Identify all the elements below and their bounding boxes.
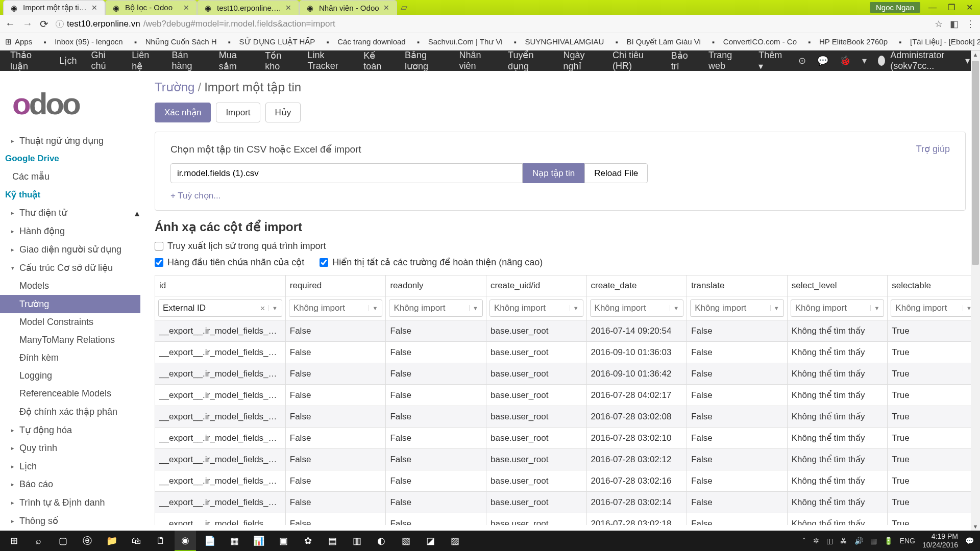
chevron-down-icon[interactable]: ▼ (570, 305, 579, 311)
activity-icon[interactable]: ⊙ (798, 55, 806, 66)
sidebar-item[interactable]: ▸Quy trình (0, 439, 140, 457)
task-view-button[interactable]: ▢ (52, 531, 74, 551)
browser-tab[interactable]: ◉Import một tập tin - Odo✕ (3, 0, 105, 15)
clear-icon[interactable]: ✕ (260, 305, 265, 312)
forward-button[interactable]: → (22, 18, 33, 30)
odoo-menu-item[interactable]: Bảng lương (405, 49, 445, 72)
field-selector[interactable]: Không import▼ (690, 299, 784, 317)
browser-user-badge[interactable]: Ngoc Ngan (870, 2, 920, 13)
edge-icon[interactable]: ⓔ (77, 531, 98, 551)
close-tab-icon[interactable]: ✕ (383, 4, 389, 12)
scrollbar-thumb[interactable] (972, 61, 979, 265)
app-icon-1[interactable]: 📄 (199, 531, 220, 551)
excel-icon[interactable]: ▦ (224, 531, 245, 551)
app-icon-8[interactable]: ◪ (420, 531, 441, 551)
notification-icon[interactable]: 💬 (965, 537, 974, 545)
sidebar-item[interactable]: ▾Cấu trúc Cơ sở dữ liệu (0, 259, 140, 277)
field-selector[interactable]: Không import▼ (891, 299, 976, 317)
odoo-menu-item[interactable]: Mua sắm (219, 50, 251, 72)
chevron-down-icon[interactable]: ▼ (369, 305, 378, 311)
sidebar-item[interactable]: ▸Thông số (0, 512, 140, 530)
chevron-down-icon[interactable]: ▼ (670, 305, 679, 311)
volume-icon[interactable]: 🔊 (854, 537, 863, 545)
sidebar-item[interactable]: ▸Hành động (0, 222, 140, 240)
filename-input[interactable] (170, 163, 523, 183)
odoo-menu-item[interactable]: Lịch (59, 55, 77, 66)
load-file-button[interactable]: Nạp tập tin (523, 163, 584, 183)
maximize-button[interactable]: ❐ (945, 3, 958, 12)
breadcrumb-parent[interactable]: Trường (155, 80, 194, 94)
odoo-menu-item[interactable]: Tuyển dụng (508, 49, 549, 72)
dropdown-icon[interactable]: ▾ (862, 55, 867, 66)
import-button[interactable]: Import (216, 103, 260, 122)
sidebar-item[interactable]: ▸Trình tự & Định danh (0, 493, 140, 512)
bookmark-item[interactable]: ▪Sachvui.Com | Thư Vi (417, 37, 503, 46)
bookmark-item[interactable]: ▪Các trang download (326, 37, 405, 46)
bookmark-item[interactable]: ▪[Tài Liệu] - [Ebook] 20 (899, 37, 980, 46)
scroll-down-icon[interactable]: ▼ (971, 523, 980, 530)
odoo-menu-item[interactable]: Thảo luận (10, 49, 45, 72)
notepad-icon[interactable]: 🗒 (150, 531, 172, 551)
battery-icon[interactable]: 🔋 (884, 537, 893, 545)
star-icon[interactable]: ☆ (935, 18, 943, 30)
odoo-menu-item[interactable]: Liên hệ (132, 50, 157, 72)
chevron-down-icon[interactable]: ▼ (469, 305, 478, 311)
bookmark-item[interactable]: ▪Những Cuốn Sách H (134, 37, 217, 46)
bookmark-item[interactable]: ▪Inbox (95) - lengocn (43, 37, 122, 46)
chevron-down-icon[interactable]: ▼ (870, 305, 879, 311)
minimize-button[interactable]: — (925, 3, 940, 12)
bookmark-item[interactable]: ▪Bí Quyết Làm Giàu Vi (615, 37, 700, 46)
cancel-button[interactable]: Hủy (265, 103, 301, 122)
browser-tab[interactable]: ◉test10.erponline.vn - ER✕ (197, 0, 299, 15)
reload-button[interactable]: ⟳ (40, 18, 48, 30)
app-icon-7[interactable]: ◐ (371, 531, 392, 551)
sidebar-item[interactable]: Models (0, 277, 140, 295)
start-button[interactable]: ⊞ (3, 531, 24, 551)
app-icon-9[interactable]: ▨ (444, 531, 465, 551)
browser-tab[interactable]: ◉Nhân viên - Odoo✕ (299, 0, 397, 15)
field-selector[interactable]: Không import▼ (791, 299, 885, 317)
store-icon[interactable]: 🛍 (126, 531, 147, 551)
odoo-logo[interactable]: odoo (0, 71, 140, 132)
scroll-up-icon[interactable]: ▲ (971, 52, 980, 58)
app-icon-6[interactable]: ▥ (346, 531, 368, 551)
reload-file-button[interactable]: Reload File (584, 163, 648, 183)
sidebar-item[interactable]: Các mẫu (0, 167, 140, 186)
field-selector[interactable]: Không import▼ (590, 299, 684, 317)
sidebar-item[interactable]: ▸Giao diện người sử dụng (0, 240, 140, 259)
sidebar-item[interactable]: Kỹ thuật (0, 186, 140, 204)
back-button[interactable]: ← (5, 18, 15, 30)
sidebar-item-active[interactable]: Trường (0, 295, 140, 313)
chevron-down-icon[interactable]: ▼ (268, 305, 278, 311)
help-link[interactable]: Trợ giúp (916, 143, 950, 155)
chevron-down-icon[interactable]: ▼ (770, 305, 779, 311)
sticky-notes-icon[interactable]: ▧ (395, 531, 416, 551)
bookmark-item[interactable]: ▪SỬ DỤNG LUẬT HẤP (228, 37, 315, 46)
odoo-menu-item[interactable]: Trang web (708, 50, 744, 71)
sidebar-item[interactable]: Độ chính xác thập phân (0, 403, 140, 421)
odoo-menu-item[interactable]: Thêm ▾ (758, 50, 784, 72)
field-selector[interactable]: Không import▼ (389, 299, 483, 317)
field-selector[interactable]: Không import▼ (289, 299, 383, 317)
bookmark-item[interactable]: ▪ConvertICO.com - Co (712, 37, 797, 46)
language-indicator[interactable]: ENG (900, 537, 915, 545)
search-button[interactable]: ⌕ (28, 531, 49, 551)
tray-icon-3[interactable]: ▦ (870, 537, 877, 545)
sidebar-item[interactable]: Đính kèm (0, 349, 140, 367)
sidebar-scroll-up-icon[interactable]: ▴ (135, 208, 139, 219)
odoo-menu-item[interactable]: Tồn kho (265, 50, 293, 72)
options-toggle[interactable]: + Tuỳ chọn... (170, 191, 220, 201)
bookmark-item[interactable]: ▪SUYNGHIVALAMGIAU (514, 37, 604, 46)
odoo-menu-item[interactable]: Chi tiêu (HR) (612, 50, 657, 71)
app-icon-4[interactable]: ✿ (297, 531, 318, 551)
close-tab-icon[interactable]: ✕ (285, 4, 291, 12)
taskbar-clock[interactable]: 4:19 PM 10/24/2016 (922, 532, 958, 549)
site-info-icon[interactable]: i (56, 20, 64, 28)
sidebar-item[interactable]: Referenceable Models (0, 385, 140, 403)
menu-icon[interactable]: ⋮ (966, 18, 975, 30)
sidebar-item[interactable]: Google Drive (0, 150, 140, 167)
app-icon-2[interactable]: 📊 (248, 531, 270, 551)
app-icon-3[interactable]: ▣ (273, 531, 294, 551)
field-selector[interactable]: Không import▼ (489, 299, 583, 317)
odoo-menu-item[interactable]: Kế toán (363, 50, 390, 72)
